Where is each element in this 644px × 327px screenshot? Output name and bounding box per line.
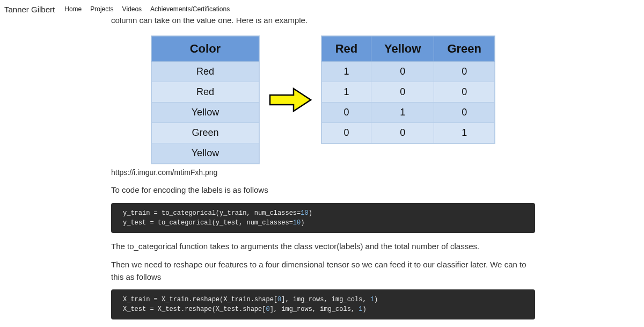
table-cell: 0 <box>371 123 434 143</box>
arrow-icon <box>269 86 312 113</box>
onehot-figure: Color Red Red Yellow Green Yellow Red Ye… <box>111 36 535 164</box>
table-cell: 0 <box>434 103 495 123</box>
table-header: Color <box>151 37 259 62</box>
nav-videos[interactable]: Videos <box>122 5 142 13</box>
primary-nav: Home Projects Videos Achievements/Certif… <box>64 5 230 13</box>
table-cell: 0 <box>434 82 495 103</box>
paragraph: Then we need to reshape our features to … <box>111 259 535 283</box>
code-block: y_train = to_categorical(y_train, num_cl… <box>111 203 535 233</box>
table-header: Red <box>321 37 371 62</box>
table-cell: Yellow <box>151 143 259 164</box>
table-cell: Red <box>151 62 259 82</box>
table-cell: 0 <box>371 62 434 82</box>
paragraph: The to_categorical function takes to arg… <box>111 241 535 253</box>
table-cell: 0 <box>434 62 495 82</box>
table-cell: 1 <box>371 103 434 123</box>
svg-marker-0 <box>270 89 311 111</box>
table-cell: Yellow <box>151 103 259 123</box>
table-cell: 1 <box>321 82 371 103</box>
site-brand[interactable]: Tanner Gilbert <box>4 5 55 14</box>
figure-caption: https://i.imgur.com/mtimFxh.png <box>111 168 535 177</box>
article-body: works better with classification and reg… <box>111 0 535 327</box>
table-cell: 0 <box>321 123 371 143</box>
code-block: X_train = X_train.reshape(X_train.shape[… <box>111 289 535 319</box>
nav-home[interactable]: Home <box>64 5 82 13</box>
table-cell: Red <box>151 82 259 103</box>
table-header: Green <box>434 37 495 62</box>
table-header: Yellow <box>371 37 434 62</box>
color-table: Color Red Red Yellow Green Yellow <box>151 36 259 164</box>
site-header: Tanner Gilbert Home Projects Videos Achi… <box>0 0 644 18</box>
paragraph: To code for encoding the labels is as fo… <box>111 184 535 197</box>
table-cell: 1 <box>434 123 495 143</box>
table-cell: 0 <box>371 82 434 103</box>
encoded-table: Red Yellow Green 1 0 0 1 0 0 0 1 0 0 0 <box>321 36 495 143</box>
nav-achievements[interactable]: Achievements/Certifications <box>150 5 230 13</box>
table-cell: Green <box>151 123 259 143</box>
table-cell: 1 <box>321 62 371 82</box>
nav-projects[interactable]: Projects <box>90 5 113 13</box>
table-cell: 0 <box>321 103 371 123</box>
